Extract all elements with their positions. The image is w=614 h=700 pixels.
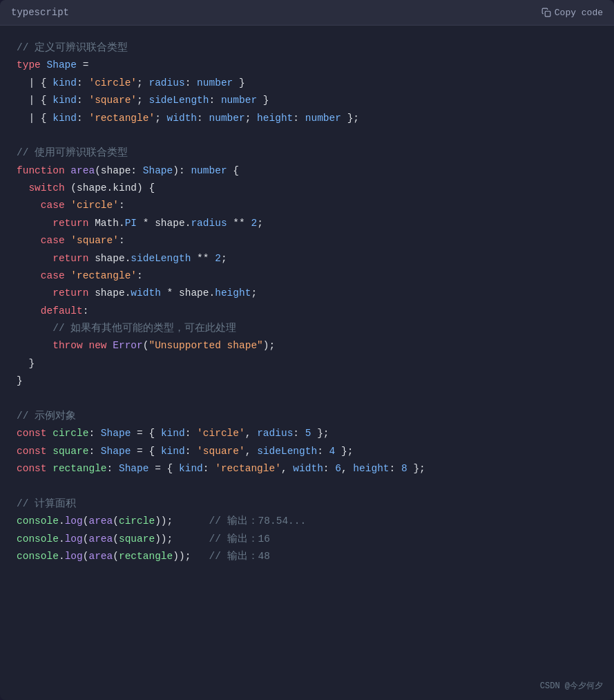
line-close-switch: } bbox=[17, 355, 597, 372]
blank1 bbox=[17, 127, 597, 144]
line-log-square: console.log(area(square)); // 输出：16 bbox=[17, 531, 597, 548]
line-comment5: // 计算面积 bbox=[17, 495, 597, 513]
line-comment3: // 如果有其他可能的类型，可在此处理 bbox=[17, 320, 597, 337]
line-const-circle: const circle: Shape = { kind: 'circle', … bbox=[17, 425, 597, 442]
blank3 bbox=[17, 477, 597, 495]
line-const-rect: const rectangle: Shape = { kind: 'rectan… bbox=[17, 460, 597, 477]
line-log-circle: console.log(area(circle)); // 输出：78.54..… bbox=[17, 513, 597, 530]
watermark: CSDN @今夕何夕 bbox=[540, 680, 603, 692]
line-default: default: bbox=[17, 303, 597, 320]
line-union1: | { kind: 'circle'; radius: number } bbox=[17, 75, 597, 92]
line-case-circle: case 'circle': bbox=[17, 197, 597, 214]
line-switch: switch (shape.kind) { bbox=[17, 180, 597, 197]
code-body: // 定义可辨识联合类型 type Shape = | { kind: 'cir… bbox=[0, 26, 614, 586]
line-case-square: case 'square': bbox=[17, 232, 597, 249]
line-union2: | { kind: 'square'; sideLength: number } bbox=[17, 92, 597, 109]
line-return-rect: return shape.width * shape.height; bbox=[17, 285, 597, 302]
copy-icon bbox=[541, 8, 551, 17]
copy-button[interactable]: Copy code bbox=[541, 8, 603, 18]
line-log-rect: console.log(area(rectangle)); // 输出：48 bbox=[17, 548, 597, 565]
line-type-decl: type Shape = bbox=[17, 57, 597, 74]
code-header: typescript Copy code bbox=[0, 0, 614, 26]
line-comment1: // 定义可辨识联合类型 bbox=[17, 39, 597, 57]
line-case-rect: case 'rectangle': bbox=[17, 267, 597, 285]
line-close-func: } bbox=[17, 372, 597, 390]
blank2 bbox=[17, 390, 597, 408]
lang-label: typescript bbox=[11, 7, 69, 18]
code-window: typescript Copy code // 定义可辨识联合类型 type S… bbox=[0, 0, 614, 700]
line-union3: | { kind: 'rectangle'; width: number; he… bbox=[17, 110, 597, 127]
line-comment4: // 示例对象 bbox=[17, 408, 597, 425]
line-comment2: // 使用可辨识联合类型 bbox=[17, 144, 597, 162]
line-throw: throw new Error("Unsupported shape"); bbox=[17, 337, 597, 354]
svg-rect-0 bbox=[545, 11, 550, 17]
line-const-square: const square: Shape = { kind: 'square', … bbox=[17, 443, 597, 460]
copy-label: Copy code bbox=[555, 8, 603, 18]
line-return-circle: return Math.PI * shape.radius ** 2; bbox=[17, 215, 597, 232]
line-return-square: return shape.sideLength ** 2; bbox=[17, 250, 597, 267]
line-func-decl: function area(shape: Shape): number { bbox=[17, 162, 597, 180]
